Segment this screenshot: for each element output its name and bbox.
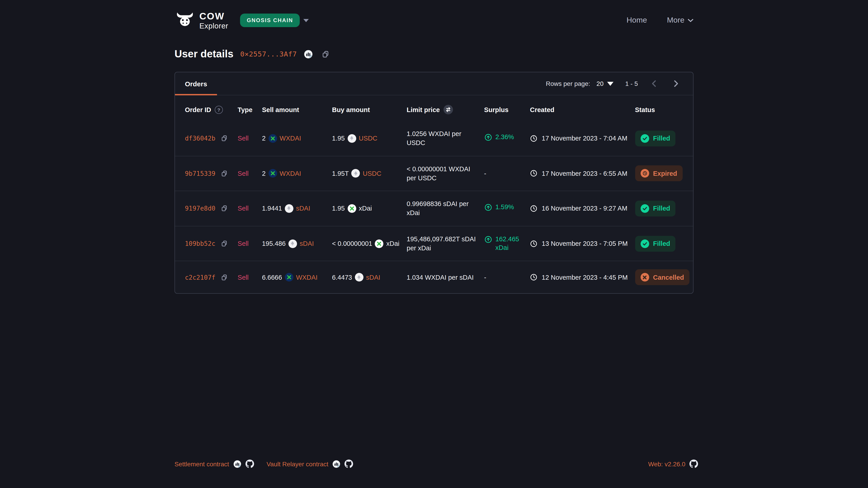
xdai-token-icon [347, 204, 356, 213]
order-row: 9197e8d0 Sell 1.9441 sDAI 1.95 xDai 0.99… [175, 191, 693, 226]
surplus: - [484, 170, 487, 177]
cow-logo-icon [175, 12, 195, 29]
status-badge: Filled [635, 131, 676, 147]
rows-per-page-value: 20 [596, 80, 603, 87]
clock-icon [530, 170, 538, 177]
copy-address-icon[interactable] [321, 50, 329, 58]
order-id-link[interactable]: df36042b [185, 135, 215, 142]
copy-icon[interactable] [221, 205, 228, 212]
chevron-left-icon [650, 79, 659, 88]
copy-icon[interactable] [221, 240, 228, 247]
copy-icon[interactable] [221, 170, 228, 177]
sell-token-link[interactable]: WXDAI [280, 170, 301, 177]
surplus-up-icon [484, 133, 492, 144]
limit-price: 0.99698836 sDAI per xDai [407, 199, 477, 218]
sell-amount: 2 [262, 170, 266, 177]
order-row: 9b715339 Sell 2 WXDAI 1.95T USDC < 0.000… [175, 156, 693, 191]
limit-price: 1.034 WXDAI per sDAI [407, 273, 477, 282]
surplus: 162.465 xDai [484, 235, 523, 252]
buy-amount: 1.95 [332, 135, 345, 142]
table-header-row: Order ID? Type Sell amount Buy amount Li… [175, 95, 693, 121]
order-type: Sell [238, 205, 248, 212]
clock-icon [530, 273, 538, 281]
limit-price: 195,486,097.682T sDAI per xDai [407, 234, 477, 253]
surplus-up-icon [484, 235, 492, 246]
sell-token-link[interactable]: sDAI [300, 240, 314, 247]
created-cell: 16 November 2023 - 9:27 AM [530, 205, 628, 213]
swap-icon[interactable] [443, 105, 453, 114]
chevron-right-icon [671, 79, 680, 88]
help-icon[interactable]: ? [215, 105, 223, 113]
clock-icon [530, 205, 538, 213]
sell-amount: 6.6666 [262, 274, 282, 281]
buy-token-link[interactable]: USDC [363, 170, 381, 177]
github-icon[interactable] [345, 459, 353, 468]
col-sell-amount: Sell amount [258, 95, 329, 121]
order-type: Sell [238, 170, 248, 177]
network-selector[interactable]: GNOSIS CHAIN [240, 13, 309, 27]
explorer-icon[interactable] [233, 460, 241, 468]
explorer-icon[interactable] [304, 50, 313, 59]
col-type: Type [234, 95, 258, 121]
sell-token-link[interactable]: WXDAI [296, 274, 318, 281]
limit-price: 1.0256 WXDAI per USDC [407, 129, 477, 148]
next-page-button[interactable] [671, 79, 680, 88]
surplus: 2.36% [484, 133, 523, 144]
col-limit-price: Limit price [407, 106, 440, 113]
sell-token-link[interactable]: WXDAI [280, 135, 301, 142]
order-id-link[interactable]: 9b715339 [185, 170, 215, 177]
web-version[interactable]: Web: v2.26.0 [648, 460, 686, 467]
github-icon[interactable] [689, 459, 698, 468]
generic-token-icon [355, 273, 363, 282]
order-row: df36042b Sell 2 WXDAI 1.95 USDC 1.0256 W… [175, 121, 693, 156]
sell-amount: 195.486 [262, 240, 286, 247]
buy-token: xDai [359, 205, 372, 212]
order-id-link[interactable]: 9197e8d0 [185, 205, 215, 212]
order-id-link[interactable]: c2c2107f [185, 274, 215, 281]
order-id-link[interactable]: 109bb52c [185, 240, 215, 247]
order-type: Sell [238, 274, 248, 281]
chevron-down-icon [607, 82, 614, 86]
clock-icon [530, 135, 538, 142]
sell-token-link[interactable]: sDAI [296, 205, 310, 212]
nav-more[interactable]: More [667, 16, 693, 25]
col-order-id: Order ID [185, 106, 211, 113]
prev-page-button[interactable] [650, 79, 659, 88]
page-footer: Settlement contract Vault Relayer contra… [0, 459, 868, 468]
orders-card: Orders Rows per page: 20 1 - 5 [175, 72, 693, 294]
created-cell: 12 November 2023 - 4:45 PM [530, 273, 628, 281]
page-title-row: User details 0×2557...3Af7 [175, 48, 693, 60]
nav-home[interactable]: Home [627, 16, 647, 25]
rows-per-page-select[interactable]: 20 [596, 80, 614, 87]
order-row: c2c2107f Sell 6.6666 WXDAI 6.4473 sDAI 1… [175, 261, 693, 293]
expired-clock-icon [640, 169, 649, 178]
cancelled-x-icon [640, 273, 649, 282]
copy-icon[interactable] [221, 135, 228, 142]
explorer-icon[interactable] [333, 460, 341, 468]
generic-token-icon [288, 239, 297, 248]
page-title: User details [175, 48, 234, 60]
copy-icon[interactable] [221, 274, 228, 281]
settlement-contract-link[interactable]: Settlement contract [175, 460, 229, 467]
network-badge[interactable]: GNOSIS CHAIN [240, 13, 300, 27]
sell-amount: 1.9441 [262, 205, 282, 212]
buy-amount: < 0.00000001 [332, 240, 372, 247]
check-icon [640, 134, 649, 143]
clock-icon [530, 240, 538, 248]
main-nav: Home More [627, 16, 693, 25]
status-badge: Filled [635, 201, 676, 217]
buy-amount: 1.95 [332, 205, 345, 212]
buy-token-link[interactable]: sDAI [366, 274, 380, 281]
buy-token-link[interactable]: USDC [359, 135, 377, 142]
github-icon[interactable] [245, 459, 254, 468]
vault-relayer-contract-link[interactable]: Vault Relayer contract [267, 460, 328, 467]
wxdai-token-icon [285, 273, 293, 282]
user-address[interactable]: 0×2557...3Af7 [240, 50, 297, 58]
orders-table: Order ID? Type Sell amount Buy amount Li… [175, 95, 693, 293]
order-type: Sell [238, 135, 248, 142]
tab-orders[interactable]: Orders [175, 72, 217, 95]
buy-token: xDai [386, 240, 399, 247]
generic-token-icon [347, 134, 356, 143]
cow-explorer-logo[interactable]: COW Explorer [175, 11, 228, 30]
tab-bar: Orders Rows per page: 20 1 - 5 [175, 72, 693, 95]
